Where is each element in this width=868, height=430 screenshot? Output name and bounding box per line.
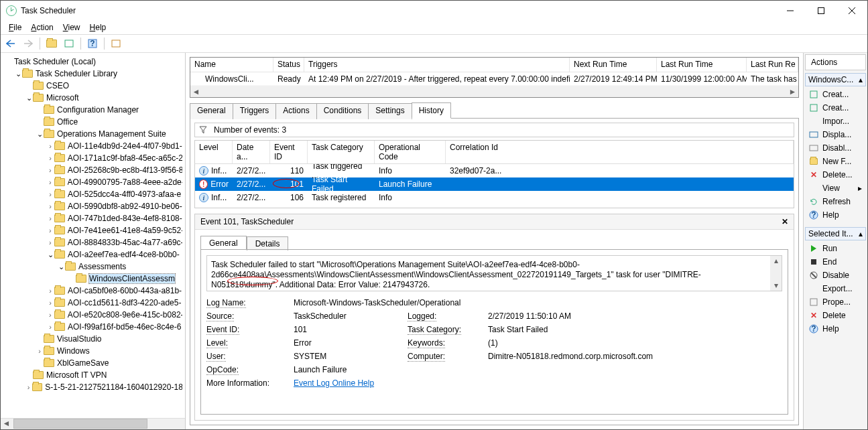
expand-icon[interactable]: › xyxy=(46,226,54,234)
tree-item[interactable]: ›AOI-747b1ded-843e-4ef8-8108- xyxy=(3,212,185,224)
toolbar-icon-1[interactable] xyxy=(62,36,76,51)
tree-item[interactable]: ›AOI-e520c808-9e6e-415c-b082- xyxy=(3,309,185,321)
expand-icon[interactable]: ⌄ xyxy=(46,250,54,259)
expand-icon[interactable]: › xyxy=(36,347,44,355)
expand-icon[interactable]: › xyxy=(46,178,54,186)
ev-col-date[interactable]: Date a... xyxy=(233,141,270,163)
expand-icon[interactable]: › xyxy=(46,238,54,246)
tree-item[interactable]: ›AOI-8884833b-45ac-4a77-a69c- xyxy=(3,236,185,248)
tree-item[interactable]: ›AOI-25268c9b-ec8b-4f13-9f56-8 xyxy=(3,164,185,176)
event-row[interactable]: iInf...2/27/2...110Task triggered ...Inf… xyxy=(195,164,794,177)
tree-item[interactable]: XblGameSave xyxy=(3,357,185,369)
expand-icon[interactable]: › xyxy=(46,299,54,307)
tab-general[interactable]: General xyxy=(190,103,233,119)
tree-item[interactable]: ›AOI-525dcc4a-4ff0-4973-afaa-e xyxy=(3,188,185,200)
expand-icon[interactable]: › xyxy=(46,190,54,198)
expand-icon[interactable]: › xyxy=(46,214,54,222)
tree-item[interactable]: ›AOI-171a1c9f-bfa8-45ec-a65c-2 xyxy=(3,152,185,164)
up-button[interactable] xyxy=(44,36,59,51)
expand-icon[interactable]: › xyxy=(25,383,32,391)
tab-history[interactable]: History xyxy=(412,102,451,119)
col-status[interactable]: Status xyxy=(273,58,304,72)
action-item[interactable]: New F... xyxy=(805,155,866,168)
action-item[interactable]: ?Help xyxy=(805,322,866,336)
expand-icon[interactable]: › xyxy=(46,154,54,162)
actions-section-selected[interactable]: Selected It...▴ xyxy=(805,227,866,240)
col-last[interactable]: Last Run Time xyxy=(657,58,747,72)
tree-root[interactable]: Task Scheduler (Local) xyxy=(3,56,185,68)
action-item[interactable]: Prope... xyxy=(805,295,866,309)
close-button[interactable] xyxy=(836,1,867,21)
tab-actions[interactable]: Actions xyxy=(275,103,316,119)
tree-item[interactable]: ›Windows xyxy=(3,345,185,357)
toolbar-icon-2[interactable] xyxy=(109,36,123,51)
grid-h-scrollbar[interactable]: ◄► xyxy=(190,86,798,97)
action-item[interactable]: ✕Delete xyxy=(805,309,866,322)
action-item[interactable]: Run xyxy=(805,242,866,255)
tab-conditions[interactable]: Conditions xyxy=(316,103,369,119)
expand-icon[interactable]: › xyxy=(46,311,54,319)
col-next[interactable]: Next Run Time xyxy=(570,58,657,72)
tree-item[interactable]: ⌄Assessments xyxy=(3,261,185,273)
action-item[interactable]: End xyxy=(805,255,866,269)
tree-item[interactable]: ›AOI-49900795-7a88-4eee-a2de- xyxy=(3,176,185,188)
back-button[interactable] xyxy=(3,36,18,51)
tree-item[interactable]: ⌄Microsoft xyxy=(3,92,185,104)
event-row[interactable]: iInf...2/27/2...106Task registeredInfo xyxy=(195,191,794,204)
dtab-details[interactable]: Details xyxy=(247,236,289,250)
expand-icon[interactable]: ⌄ xyxy=(25,94,33,102)
ev-col-corr[interactable]: Correlation Id xyxy=(446,141,794,163)
filter-bar[interactable]: Number of events: 3 xyxy=(194,123,794,137)
menu-help[interactable]: Help xyxy=(86,21,111,33)
tree-item[interactable]: WindowsClientAssessm xyxy=(3,273,185,285)
action-item[interactable]: Disabl... xyxy=(805,141,866,155)
event-row[interactable]: !Error2/27/2...101Task Start FailedLaunc… xyxy=(195,177,794,191)
tree-item[interactable]: ›AOI-ca5bf0e8-60b0-443a-a81b- xyxy=(3,285,185,297)
minimize-button[interactable] xyxy=(775,1,806,21)
action-item[interactable]: Disable xyxy=(805,269,866,282)
tree-item[interactable]: Office xyxy=(3,116,185,128)
event-log-help-link[interactable]: Event Log Online Help xyxy=(294,378,374,388)
tree-item[interactable]: ›AOI-7e41ee61-41e8-4a59-9c52- xyxy=(3,224,185,236)
ev-col-op[interactable]: Operational Code xyxy=(375,141,446,163)
tree-h-scrollbar[interactable]: ◄ xyxy=(1,418,185,429)
tree-item[interactable]: Configuration Manager xyxy=(3,104,185,116)
action-item[interactable]: Displa... xyxy=(805,128,866,141)
tree-item[interactable]: ⌄Operations Management Suite xyxy=(3,128,185,140)
ev-col-cat[interactable]: Task Category xyxy=(308,141,375,163)
col-result[interactable]: Last Run Re xyxy=(747,58,798,72)
expand-icon[interactable]: ⌄ xyxy=(36,130,44,139)
tree-item[interactable]: ›AOI-f99af16f-bd5e-46ec-8c4e-6 xyxy=(3,321,185,333)
msg-v-scrollbar[interactable]: ▴▾ xyxy=(770,256,782,291)
action-item[interactable]: Refresh xyxy=(805,195,866,208)
tree-item[interactable]: ›AOI-cc1d5611-8df3-4220-ade5- xyxy=(3,297,185,309)
menu-view[interactable]: View xyxy=(59,21,84,33)
menu-action[interactable]: Action xyxy=(27,21,57,33)
action-item[interactable]: Creat... xyxy=(805,88,866,101)
col-triggers[interactable]: Triggers xyxy=(304,58,570,72)
col-name[interactable]: Name xyxy=(190,58,273,72)
tab-triggers[interactable]: Triggers xyxy=(233,103,277,119)
action-item[interactable]: Impor... xyxy=(805,115,866,128)
forward-button[interactable] xyxy=(21,36,36,51)
expand-icon[interactable]: ⌄ xyxy=(14,70,22,78)
action-item[interactable]: ✕Delete... xyxy=(805,168,866,182)
action-item[interactable]: Export... xyxy=(805,282,866,295)
detail-close-icon[interactable]: ✕ xyxy=(782,217,788,226)
dtab-general[interactable]: General xyxy=(200,236,247,250)
expand-icon[interactable]: › xyxy=(46,166,54,174)
menu-file[interactable]: File xyxy=(5,21,25,33)
action-item[interactable]: Creat... xyxy=(805,101,866,115)
tree-item[interactable]: VisualStudio xyxy=(3,333,185,345)
expand-icon[interactable]: ⌄ xyxy=(57,263,65,271)
ev-col-level[interactable]: Level xyxy=(195,141,233,163)
expand-icon[interactable]: › xyxy=(46,323,54,331)
tree-item[interactable]: ›AOI-5990dbf8-ab92-4910-be06- xyxy=(3,200,185,212)
tree-item[interactable]: ⌄AOI-a2eef7ea-edf4-4ce8-b0b0- xyxy=(3,248,185,261)
ev-col-id[interactable]: Event ID xyxy=(270,141,308,163)
expand-icon[interactable]: › xyxy=(46,202,54,210)
help-icon[interactable]: ? xyxy=(85,36,100,51)
tree-item[interactable]: ›AOI-11e4db9d-24e4-4f07-9bd1- xyxy=(3,140,185,152)
task-row[interactable]: WindowsCli... Ready At 12:49 PM on 2/27/… xyxy=(190,72,798,86)
action-item[interactable]: ?Help xyxy=(805,208,866,222)
